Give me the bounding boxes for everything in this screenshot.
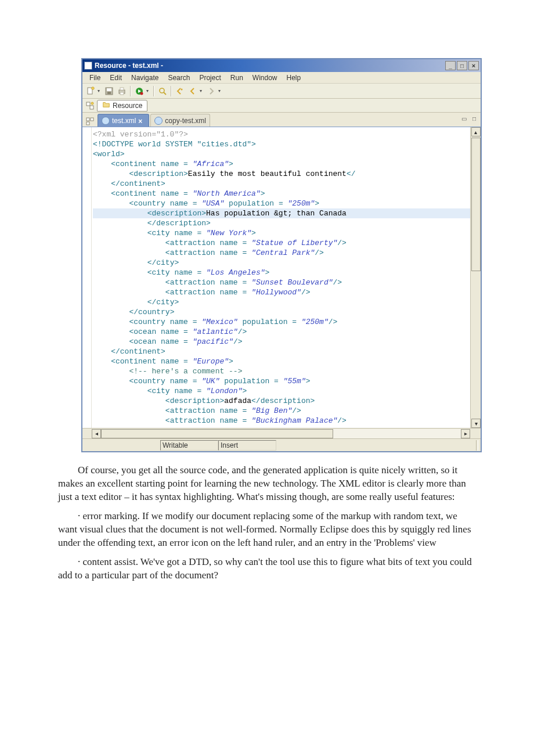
perspective-bar: Resource xyxy=(82,99,481,113)
close-button[interactable]: × xyxy=(468,61,479,70)
scroll-down-button[interactable]: ▾ xyxy=(471,419,481,428)
doc-paragraph: · error marking. If we modify our docume… xyxy=(58,510,476,550)
svg-rect-6 xyxy=(120,88,124,90)
toolbar-separator-3 xyxy=(171,86,172,96)
editor-body: <?xml version="1.0"?> <!DOCTYPE world SY… xyxy=(82,127,481,428)
doc-paragraph: Of course, you get all the source code, … xyxy=(58,464,476,504)
code-editor[interactable]: <?xml version="1.0"?> <!DOCTYPE world SY… xyxy=(92,127,470,428)
close-editor-button[interactable]: × xyxy=(138,117,145,124)
editor-tab-active[interactable]: test.xml × xyxy=(98,114,149,127)
toolbar-separator xyxy=(130,86,131,96)
menu-search[interactable]: Search xyxy=(163,73,194,83)
xml-file-icon xyxy=(154,117,163,125)
xml-file-icon xyxy=(102,117,110,125)
svg-rect-4 xyxy=(107,92,111,94)
status-writable: Writable xyxy=(160,440,218,451)
toolbar: ▾ ▾ ▾ ▾ xyxy=(82,84,481,99)
document-body-text: Of course, you get all the source code, … xyxy=(58,464,476,582)
window-controls: _ □ × xyxy=(445,61,479,70)
menu-window[interactable]: Window xyxy=(248,73,282,83)
horizontal-scroll-track[interactable] xyxy=(101,429,461,438)
maximize-view-button[interactable]: □ xyxy=(470,114,478,123)
menu-file[interactable]: File xyxy=(85,73,105,83)
scroll-up-button[interactable]: ▴ xyxy=(471,127,481,136)
ruler-gutter[interactable] xyxy=(82,127,92,428)
svg-point-1 xyxy=(92,87,94,89)
status-bar: Writable Insert xyxy=(82,438,481,451)
search-button[interactable] xyxy=(157,85,168,97)
svg-rect-7 xyxy=(120,92,124,95)
print-button[interactable] xyxy=(116,85,128,97)
horizontal-scrollbar[interactable]: ◂ ▸ xyxy=(82,428,481,438)
scroll-left-button[interactable]: ◂ xyxy=(92,429,101,438)
nav-back-dropdown-arrow[interactable]: ▾ xyxy=(200,88,204,93)
window-title: Resource - test.xml - xyxy=(95,62,445,70)
minimize-button[interactable]: _ xyxy=(445,61,456,70)
toolbar-separator-2 xyxy=(153,86,154,96)
nav-last-edit-button[interactable] xyxy=(174,85,186,97)
nav-back-button[interactable] xyxy=(187,85,199,97)
perspective-label: Resource xyxy=(113,102,142,110)
svg-rect-13 xyxy=(86,102,90,106)
svg-rect-14 xyxy=(90,106,93,109)
save-button[interactable] xyxy=(103,85,115,97)
vertical-scrollbar[interactable]: ▴ ▾ xyxy=(470,127,481,428)
nav-forward-dropdown-arrow[interactable]: ▾ xyxy=(218,88,223,93)
svg-rect-3 xyxy=(107,88,111,91)
svg-point-10 xyxy=(160,88,164,93)
svg-rect-18 xyxy=(86,122,89,125)
horizontal-scroll-thumb[interactable] xyxy=(101,429,333,438)
editor-tab-label: copy-test.xml xyxy=(165,117,206,125)
svg-point-15 xyxy=(91,102,93,105)
svg-rect-17 xyxy=(91,118,93,121)
run-button[interactable] xyxy=(134,85,145,97)
doc-paragraph: · content assist. We've got a DTD, so wh… xyxy=(58,556,476,582)
menu-run[interactable]: Run xyxy=(226,73,248,83)
app-icon xyxy=(84,62,92,70)
svg-line-11 xyxy=(164,92,166,95)
open-perspective-button[interactable] xyxy=(85,100,95,111)
menu-edit[interactable]: Edit xyxy=(105,73,127,83)
svg-rect-16 xyxy=(86,118,89,121)
editor-tab-inactive[interactable]: copy-test.xml xyxy=(150,114,210,127)
editor-tab-label: test.xml xyxy=(112,117,136,125)
svg-point-9 xyxy=(140,92,143,95)
new-button[interactable] xyxy=(85,85,96,97)
application-window: Resource - test.xml - _ □ × File Edit Na… xyxy=(81,58,482,452)
nav-forward-button[interactable] xyxy=(205,85,217,97)
editor-tabs: test.xml × copy-test.xml ▭ □ xyxy=(82,113,481,127)
menu-navigate[interactable]: Navigate xyxy=(127,73,163,83)
maximize-button[interactable]: □ xyxy=(457,61,467,70)
editor-area: test.xml × copy-test.xml ▭ □ <?xml versi… xyxy=(82,113,481,438)
status-insert-mode: Insert xyxy=(218,440,276,451)
svg-point-12 xyxy=(181,88,183,90)
vertical-scroll-thumb[interactable] xyxy=(471,138,481,271)
title-bar[interactable]: Resource - test.xml - _ □ × xyxy=(82,59,481,72)
show-view-list-button[interactable] xyxy=(85,116,95,127)
perspective-resource[interactable]: Resource xyxy=(97,100,147,111)
menu-help[interactable]: Help xyxy=(282,73,306,83)
minimize-view-button[interactable]: ▭ xyxy=(460,114,468,123)
menu-project[interactable]: Project xyxy=(194,73,225,83)
run-dropdown-arrow[interactable]: ▾ xyxy=(146,88,151,93)
scroll-right-button[interactable]: ▸ xyxy=(461,429,470,438)
menu-bar: File Edit Navigate Search Project Run Wi… xyxy=(82,72,481,84)
folder-icon xyxy=(102,100,110,110)
new-dropdown-arrow[interactable]: ▾ xyxy=(98,88,102,93)
